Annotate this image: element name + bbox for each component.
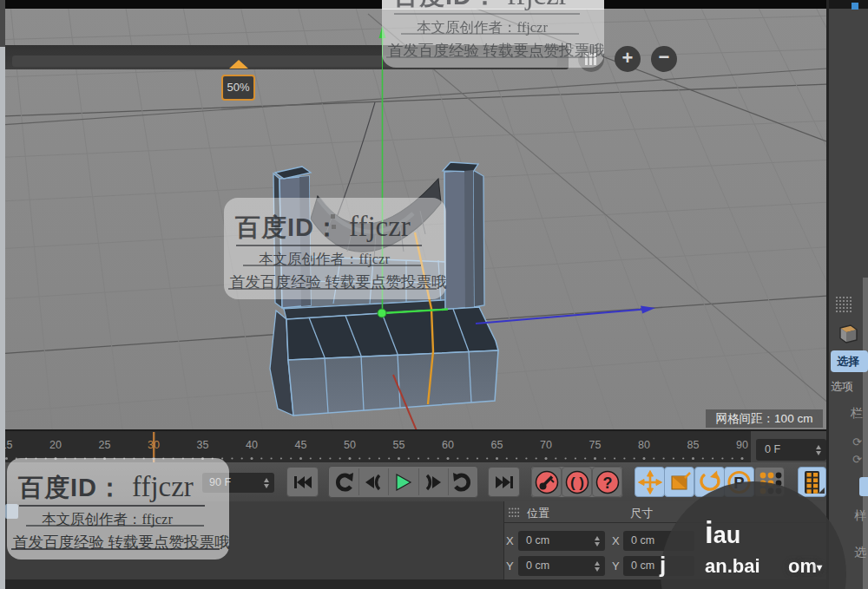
svg-text:55: 55 [393,439,405,451]
svg-text:20: 20 [49,439,62,451]
svg-text:30: 30 [148,439,160,451]
svg-text:( ): ( ) [569,474,583,491]
svg-text:60: 60 [442,439,454,451]
svg-text:45: 45 [295,439,307,451]
svg-text:75: 75 [589,439,602,451]
svg-text:25: 25 [99,439,111,451]
svg-text:65: 65 [491,439,503,451]
svg-text:85: 85 [687,439,700,451]
svg-text:?: ? [602,474,612,491]
svg-text:70: 70 [540,439,552,451]
svg-text:35: 35 [197,439,209,451]
svg-text:90: 90 [736,439,748,451]
svg-text:50: 50 [344,439,356,451]
svg-text:40: 40 [246,439,258,451]
svg-text:80: 80 [638,439,650,451]
